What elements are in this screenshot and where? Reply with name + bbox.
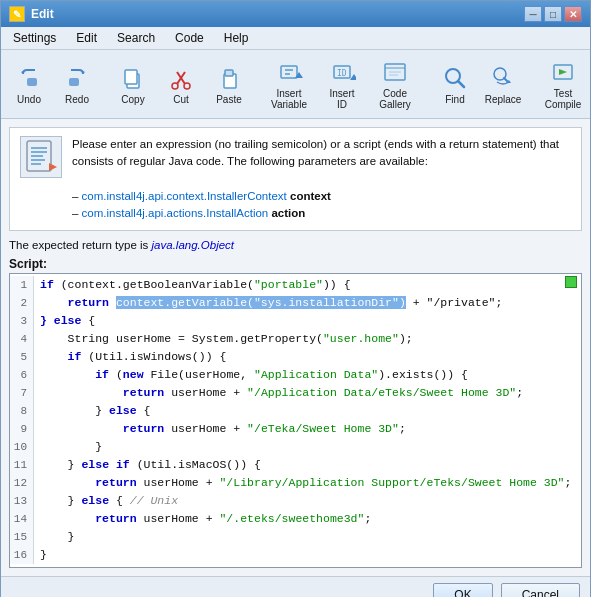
install-action-link[interactable]: com.install4j.api.actions.InstallAction: [82, 207, 269, 219]
svg-marker-36: [49, 163, 57, 171]
paste-label: Paste: [216, 94, 242, 105]
svg-rect-9: [225, 70, 233, 76]
line-number: 3: [10, 312, 34, 330]
window-icon: ✎: [9, 6, 25, 22]
info-description: Please enter an expression (no trailing …: [72, 136, 571, 222]
code-line: 9 return userHome + "/eTeka/Sweet Home 3…: [10, 420, 581, 438]
code-gallery-button[interactable]: Code Gallery: [369, 54, 421, 114]
minimize-button[interactable]: ─: [524, 6, 542, 22]
line-number: 5: [10, 348, 34, 366]
line-number: 15: [10, 528, 34, 546]
redo-label: Redo: [65, 94, 89, 105]
code-line: 15 }: [10, 528, 581, 546]
insert-variable-label: Insert Variable: [270, 88, 308, 110]
return-type-info: The expected return type is java.lang.Ob…: [9, 239, 582, 251]
svg-point-6: [172, 83, 178, 89]
code-line: 13 } else { // Unix: [10, 492, 581, 510]
line-number: 6: [10, 366, 34, 384]
line-number: 4: [10, 330, 34, 348]
line-code[interactable]: if (new File(userHome, "Application Data…: [34, 366, 468, 384]
line-code[interactable]: return userHome + "/Library/Application …: [34, 474, 571, 492]
line-code[interactable]: }: [34, 546, 47, 564]
redo-icon: [63, 64, 91, 92]
test-compile-label: Test Compile: [544, 88, 582, 110]
code-line: 2 return context.getVariable("sys.instal…: [10, 294, 581, 312]
line-code[interactable]: if (Util.isWindows()) {: [34, 348, 226, 366]
line-code[interactable]: if (context.getBooleanVariable("portable…: [34, 276, 351, 294]
line-number: 11: [10, 456, 34, 474]
return-type-link[interactable]: java.lang.Object: [152, 239, 234, 251]
code-line: 11 } else if (Util.isMacOS()) {: [10, 456, 581, 474]
code-editor[interactable]: 1if (context.getBooleanVariable("portabl…: [9, 273, 582, 568]
cancel-button[interactable]: Cancel: [501, 583, 580, 597]
undo-label: Undo: [17, 94, 41, 105]
test-compile-icon: [549, 58, 577, 86]
paste-button[interactable]: Paste: [207, 60, 251, 109]
test-compile-button[interactable]: Test Compile: [537, 54, 589, 114]
line-number: 2: [10, 294, 34, 312]
svg-rect-1: [69, 78, 79, 86]
line-code[interactable]: }: [34, 528, 75, 546]
svg-rect-10: [281, 66, 297, 78]
menu-code[interactable]: Code: [167, 29, 212, 47]
ok-button[interactable]: OK: [433, 583, 492, 597]
line-code[interactable]: return userHome + "/.eteks/sweethome3d";: [34, 510, 371, 528]
line-number: 10: [10, 438, 34, 456]
line-number: 8: [10, 402, 34, 420]
menu-search[interactable]: Search: [109, 29, 163, 47]
menu-edit[interactable]: Edit: [68, 29, 105, 47]
menu-settings[interactable]: Settings: [5, 29, 64, 47]
line-code[interactable]: return userHome + "/Application Data/eTe…: [34, 384, 523, 402]
maximize-button[interactable]: □: [544, 6, 562, 22]
installer-context-link[interactable]: com.install4j.api.context.InstallerConte…: [82, 190, 287, 202]
code-line: 8 } else {: [10, 402, 581, 420]
insert-id-button[interactable]: ID Insert ID: [319, 54, 365, 114]
undo-button[interactable]: Undo: [7, 60, 51, 109]
svg-line-22: [458, 81, 464, 87]
code-gallery-label: Code Gallery: [376, 88, 414, 110]
code-content[interactable]: 1if (context.getBooleanVariable("portabl…: [10, 274, 581, 566]
svg-rect-0: [27, 78, 37, 86]
info-box: Please enter an expression (no trailing …: [9, 127, 582, 231]
line-number: 16: [10, 546, 34, 564]
code-line: 10 }: [10, 438, 581, 456]
redo-button[interactable]: Redo: [55, 60, 99, 109]
insert-id-icon: ID: [328, 58, 356, 86]
copy-button[interactable]: Copy: [111, 60, 155, 109]
code-line: 6 if (new File(userHome, "Application Da…: [10, 366, 581, 384]
code-gallery-icon: [381, 58, 409, 86]
menu-help[interactable]: Help: [216, 29, 257, 47]
line-code[interactable]: } else {: [34, 402, 150, 420]
find-icon: [441, 64, 469, 92]
cut-button[interactable]: Cut: [159, 60, 203, 109]
toolbar: Undo Redo Copy: [1, 50, 590, 119]
code-line: 3} else {: [10, 312, 581, 330]
line-number: 9: [10, 420, 34, 438]
code-line: 5 if (Util.isWindows()) {: [10, 348, 581, 366]
line-code[interactable]: String userHome = System.getProperty("us…: [34, 330, 413, 348]
copy-label: Copy: [121, 94, 144, 105]
code-line: 1if (context.getBooleanVariable("portabl…: [10, 276, 581, 294]
cut-label: Cut: [173, 94, 189, 105]
insert-variable-button[interactable]: Insert Variable: [263, 54, 315, 114]
line-code[interactable]: return context.getVariable("sys.installa…: [34, 294, 502, 312]
title-bar: ✎ Edit ─ □ ✕: [1, 1, 590, 27]
line-code[interactable]: } else if (Util.isMacOS()) {: [34, 456, 261, 474]
close-button[interactable]: ✕: [564, 6, 582, 22]
footer: OK Cancel: [1, 576, 590, 597]
window-title: Edit: [31, 7, 54, 21]
line-code[interactable]: }: [34, 438, 102, 456]
find-button[interactable]: Find: [433, 60, 477, 109]
svg-marker-27: [559, 69, 567, 75]
cut-icon: [167, 64, 195, 92]
svg-point-7: [184, 83, 190, 89]
line-code[interactable]: } else {: [34, 312, 95, 330]
menu-bar: Settings Edit Search Code Help: [1, 27, 590, 50]
replace-button[interactable]: Replace: [481, 60, 525, 109]
edit-dialog: ✎ Edit ─ □ ✕ Settings Edit Search Code H…: [0, 0, 591, 597]
status-indicator: [565, 276, 577, 288]
insert-id-label: Insert ID: [326, 88, 358, 110]
code-line: 16}: [10, 546, 581, 564]
line-code[interactable]: } else { // Unix: [34, 492, 178, 510]
line-code[interactable]: return userHome + "/eTeka/Sweet Home 3D"…: [34, 420, 406, 438]
